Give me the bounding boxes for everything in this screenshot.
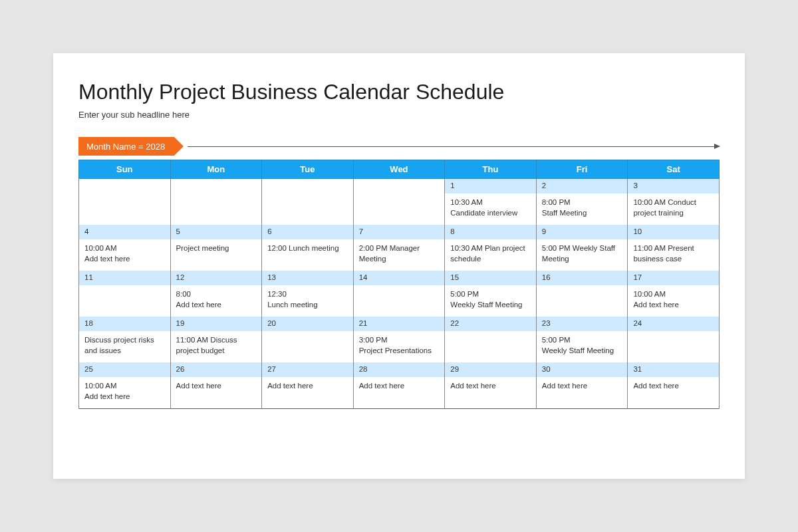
calendar-cell[interactable]: 310:00 AM Conduct project training: [628, 179, 720, 225]
day-event[interactable]: [262, 331, 353, 359]
calendar-cell[interactable]: 95:00 PM Weekly Staff Meeting: [536, 225, 628, 271]
day-event[interactable]: 11:00 AM Discuss project budget: [171, 331, 262, 362]
calendar-cell[interactable]: 30Add text here: [536, 362, 628, 409]
day-number: 30: [537, 362, 628, 377]
slide-subtitle[interactable]: Enter your sub headline here: [78, 110, 720, 120]
day-event[interactable]: [628, 331, 719, 359]
day-event[interactable]: 10:30 AM Plan project schedule: [445, 239, 536, 271]
day-event[interactable]: [537, 285, 628, 313]
month-badge[interactable]: Month Name = 2028: [78, 137, 174, 156]
calendar-cell[interactable]: 155:00 PM Weekly Staff Meeting: [445, 271, 537, 317]
calendar-cell[interactable]: 11: [79, 271, 171, 317]
calendar-cell[interactable]: 14: [353, 271, 445, 317]
calendar-week: 2510:00 AM Add text here26Add text here2…: [79, 362, 720, 409]
day-number: 28: [354, 362, 445, 377]
day-event[interactable]: 10:00 AM Add text here: [79, 377, 170, 408]
day-event[interactable]: Add text here: [354, 377, 445, 405]
calendar-cell[interactable]: [262, 179, 354, 225]
calendar-cell[interactable]: 410:00 AM Add text here: [79, 225, 171, 271]
day-number: 3: [628, 179, 719, 194]
slide-title: Monthly Project Business Calendar Schedu…: [78, 80, 720, 104]
day-event[interactable]: Project meeting: [171, 239, 262, 267]
day-event[interactable]: 2:00 PM Manager Meeting: [354, 239, 445, 271]
day-number: [354, 179, 445, 194]
calendar-cell[interactable]: 22: [445, 317, 537, 362]
calendar-cell[interactable]: 20: [262, 317, 354, 362]
calendar-cell[interactable]: 18Discuss project risks and issues: [79, 317, 171, 362]
day-event[interactable]: 8:00 PM Staff Meeting: [537, 194, 628, 225]
calendar-cell[interactable]: 1911:00 AM Discuss project budget: [170, 317, 262, 362]
day-event[interactable]: 10:00 AM Conduct project training: [628, 194, 719, 225]
calendar-cell[interactable]: 16: [536, 271, 628, 317]
day-number: 24: [628, 317, 719, 331]
day-event[interactable]: Add text here: [628, 377, 719, 405]
calendar-week: 18Discuss project risks and issues1911:0…: [79, 317, 720, 362]
calendar-cell[interactable]: 5Project meeting: [170, 225, 262, 271]
day-event[interactable]: 5:00 PM Weekly Staff Meeting: [537, 239, 628, 271]
calendar-cell[interactable]: 26Add text here: [170, 362, 262, 409]
day-event[interactable]: Add text here: [171, 377, 262, 405]
day-event[interactable]: 10:00 AM Add text here: [628, 285, 719, 317]
day-number: 16: [537, 271, 628, 285]
calendar-cell[interactable]: 128:00 Add text here: [170, 271, 262, 317]
day-event[interactable]: 10:00 AM Add text here: [79, 239, 170, 271]
day-event[interactable]: Add text here: [262, 377, 353, 405]
day-event[interactable]: 12:30 Lunch meeting: [262, 285, 353, 317]
day-event[interactable]: 5:00 PM Weekly Staff Meeting: [445, 285, 536, 317]
calendar-cell[interactable]: 72:00 PM Manager Meeting: [353, 225, 445, 271]
calendar-week: 410:00 AM Add text here5Project meeting6…: [79, 225, 720, 271]
day-number: 26: [171, 362, 262, 377]
day-event[interactable]: 8:00 Add text here: [171, 285, 262, 317]
calendar-cell[interactable]: 28:00 PM Staff Meeting: [536, 179, 628, 225]
calendar-cell[interactable]: 235:00 PM Weekly Staff Meeting: [536, 317, 628, 362]
day-event[interactable]: [354, 285, 445, 313]
header-row: Sun Mon Tue Wed Thu Fri Sat: [79, 160, 720, 179]
day-event[interactable]: [79, 194, 170, 221]
calendar-cell[interactable]: [353, 179, 445, 225]
day-number: 12: [171, 271, 262, 285]
calendar-cell[interactable]: 1312:30 Lunch meeting: [262, 271, 354, 317]
day-event[interactable]: 3:00 PM Project Presentations: [354, 331, 445, 362]
day-event[interactable]: [354, 194, 445, 221]
col-wed: Wed: [353, 160, 445, 179]
day-event[interactable]: [79, 285, 170, 313]
day-event[interactable]: 12:00 Lunch meeting: [262, 239, 353, 267]
day-event[interactable]: 10:30 AM Candidate interview: [445, 194, 536, 225]
day-number: 17: [628, 271, 719, 285]
calendar-cell[interactable]: 27Add text here: [262, 362, 354, 409]
calendar-cell[interactable]: [170, 179, 262, 225]
day-number: [79, 179, 170, 194]
calendar-cell[interactable]: 28Add text here: [353, 362, 445, 409]
day-event[interactable]: Add text here: [445, 377, 536, 405]
calendar-cell[interactable]: 31Add text here: [628, 362, 720, 409]
day-event[interactable]: Add text here: [537, 377, 628, 405]
day-number: 27: [262, 362, 353, 377]
day-event[interactable]: Discuss project risks and issues: [79, 331, 170, 362]
day-event[interactable]: [262, 194, 353, 221]
day-number: 2: [537, 179, 628, 194]
col-sat: Sat: [628, 160, 720, 179]
slide: Monthly Project Business Calendar Schedu…: [53, 53, 745, 479]
calendar-cell[interactable]: 24: [628, 317, 720, 362]
day-event[interactable]: [171, 194, 262, 221]
day-event[interactable]: 11:00 AM Present business case: [628, 239, 719, 271]
calendar-cell[interactable]: 810:30 AM Plan project schedule: [445, 225, 537, 271]
day-number: 23: [537, 317, 628, 331]
day-number: 11: [79, 271, 170, 285]
calendar-cell[interactable]: 1710:00 AM Add text here: [628, 271, 720, 317]
month-row: Month Name = 2028: [78, 137, 720, 156]
calendar-cell[interactable]: 110:30 AM Candidate interview: [445, 179, 537, 225]
col-fri: Fri: [536, 160, 628, 179]
calendar-cell[interactable]: 29Add text here: [445, 362, 537, 409]
calendar-cell[interactable]: 612:00 Lunch meeting: [262, 225, 354, 271]
day-number: 8: [445, 225, 536, 239]
calendar-cell[interactable]: [79, 179, 171, 225]
day-event[interactable]: [445, 331, 536, 359]
day-number: 21: [354, 317, 445, 331]
calendar-cell[interactable]: 2510:00 AM Add text here: [79, 362, 171, 409]
calendar-cell[interactable]: 213:00 PM Project Presentations: [353, 317, 445, 362]
calendar-cell[interactable]: 1011:00 AM Present business case: [628, 225, 720, 271]
day-number: [171, 179, 262, 194]
day-event[interactable]: 5:00 PM Weekly Staff Meeting: [537, 331, 628, 362]
day-number: 31: [628, 362, 719, 377]
